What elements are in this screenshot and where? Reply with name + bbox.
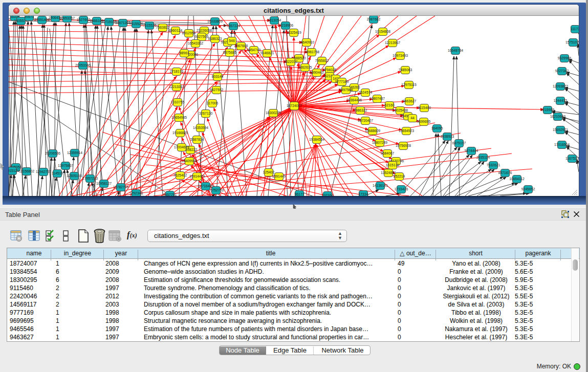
svg-text:8454749: 8454749: [247, 48, 261, 52]
svg-text:1615132: 1615132: [386, 163, 400, 167]
svg-text:8322037: 8322037: [284, 60, 298, 63]
svg-text:62160: 62160: [385, 103, 395, 107]
svg-text:7357224: 7357224: [227, 24, 241, 28]
svg-text:803144: 803144: [212, 75, 224, 78]
svg-text:7955812: 7955812: [315, 59, 329, 62]
svg-text:9227342: 9227342: [555, 69, 569, 73]
svg-text:6879197: 6879197: [452, 141, 466, 145]
svg-text:8938923: 8938923: [441, 135, 454, 138]
svg-text:10154808: 10154808: [375, 30, 390, 33]
svg-text:10752753: 10752753: [208, 188, 224, 192]
svg-text:18807249: 18807249: [372, 141, 387, 144]
svg-text:9794028: 9794028: [323, 68, 337, 72]
svg-text:14353594: 14353594: [193, 126, 208, 129]
svg-text:13716485: 13716485: [198, 184, 213, 188]
svg-text:2087682: 2087682: [367, 17, 381, 21]
svg-text:19218906: 19218906: [278, 24, 293, 27]
svg-text:98961: 98961: [180, 51, 189, 55]
svg-text:1010755: 1010755: [171, 100, 185, 104]
svg-text:15409948: 15409948: [182, 159, 197, 163]
svg-text:164095: 164095: [431, 126, 443, 130]
svg-text:7563822: 7563822: [156, 26, 170, 29]
svg-text:19654985: 19654985: [171, 116, 187, 119]
svg-text:11173: 11173: [571, 27, 579, 31]
svg-text:9699695: 9699695: [417, 120, 431, 123]
svg-text:12975115: 12975115: [401, 83, 417, 86]
svg-text:10719155: 10719155: [101, 20, 117, 24]
svg-text:12093872: 12093872: [553, 84, 568, 88]
svg-text:9245652: 9245652: [521, 187, 535, 191]
svg-text:16640910: 16640910: [299, 40, 314, 44]
svg-text:9463627: 9463627: [403, 99, 417, 103]
svg-text:17957223: 17957223: [82, 177, 98, 180]
svg-text:1362635: 1362635: [298, 65, 312, 69]
svg-text:17334: 17334: [359, 192, 368, 196]
svg-text:3624574: 3624574: [359, 91, 373, 94]
svg-text:12213313: 12213313: [169, 85, 184, 89]
svg-text:16033809: 16033809: [207, 19, 223, 23]
svg-text:1292346: 1292346: [129, 191, 143, 195]
svg-text:7986322: 7986322: [354, 108, 367, 112]
svg-text:1733426: 1733426: [395, 187, 408, 191]
svg-text:2718176: 2718176: [170, 70, 184, 73]
svg-text:8215955: 8215955: [541, 108, 555, 112]
svg-text:17016504: 17016504: [554, 143, 570, 146]
svg-text:16782759: 16782759: [113, 185, 128, 189]
svg-text:10958127: 10958127: [96, 182, 112, 185]
svg-text:10973493: 10973493: [393, 54, 408, 57]
svg-text:3267130: 3267130: [199, 112, 213, 115]
svg-text:12942757: 12942757: [36, 170, 51, 173]
svg-text:7632621: 7632621: [487, 163, 500, 167]
svg-text:7515526: 7515526: [129, 22, 143, 26]
svg-text:16648784: 16648784: [448, 49, 463, 52]
svg-text:114519: 114519: [52, 171, 63, 175]
svg-text:317006: 317006: [207, 101, 219, 105]
svg-text:96177: 96177: [295, 192, 304, 196]
svg-text:27691406: 27691406: [34, 18, 50, 21]
svg-text:15720407: 15720407: [358, 119, 373, 122]
svg-text:8990443: 8990443: [310, 71, 324, 74]
svg-text:2967608: 2967608: [234, 44, 248, 48]
svg-text:8186323: 8186323: [208, 37, 222, 40]
svg-text:7625402: 7625402: [173, 173, 187, 177]
svg-text:12156802: 12156802: [19, 169, 34, 173]
svg-text:12213967: 12213967: [385, 41, 400, 45]
svg-text:18724007: 18724007: [287, 104, 302, 107]
svg-text:13524851: 13524851: [381, 171, 396, 174]
svg-text:5587834: 5587834: [190, 138, 204, 141]
svg-text:6497568: 6497568: [339, 88, 353, 92]
svg-text:10688609: 10688609: [365, 129, 380, 133]
svg-text:19756928: 19756928: [396, 144, 411, 147]
svg-text:9427552: 9427552: [210, 88, 224, 92]
svg-text:18300275: 18300275: [266, 111, 281, 115]
svg-text:8912954: 8912954: [182, 31, 196, 35]
svg-text:1167533: 1167533: [565, 157, 579, 160]
svg-text:14136141: 14136141: [373, 184, 388, 187]
svg-text:546: 546: [229, 39, 235, 42]
svg-text:20571: 20571: [25, 16, 34, 18]
svg-text:19384554: 19384554: [309, 138, 324, 141]
svg-text:8813054: 8813054: [268, 18, 281, 22]
svg-text:1527602: 1527602: [77, 18, 91, 21]
svg-text:3915121: 3915121: [9, 169, 19, 172]
svg-text:15751074: 15751074: [565, 40, 579, 44]
svg-text:13654923: 13654923: [399, 129, 414, 133]
svg-text:16671355: 16671355: [115, 21, 130, 25]
svg-text:252214: 252214: [394, 174, 405, 178]
svg-text:20364436: 20364436: [346, 98, 362, 102]
svg-text:10807487: 10807487: [369, 97, 385, 100]
svg-text:17004678: 17004678: [174, 145, 189, 149]
svg-text:19166825: 19166825: [172, 131, 188, 135]
svg-text:7485063: 7485063: [399, 68, 412, 72]
svg-text:10653267: 10653267: [59, 16, 75, 20]
svg-text:8875685: 8875685: [223, 51, 237, 54]
svg-text:20053346: 20053346: [75, 63, 91, 67]
svg-text:2935114: 2935114: [476, 156, 490, 159]
svg-text:9329966: 9329966: [558, 56, 572, 60]
svg-text:16210643: 16210643: [550, 115, 565, 118]
svg-text:44: 44: [410, 116, 415, 120]
svg-text:9684067: 9684067: [381, 151, 395, 155]
svg-text:7515526: 7515526: [143, 24, 157, 27]
svg-text:8471676: 8471676: [498, 171, 512, 174]
svg-text:1591449: 1591449: [272, 174, 286, 178]
